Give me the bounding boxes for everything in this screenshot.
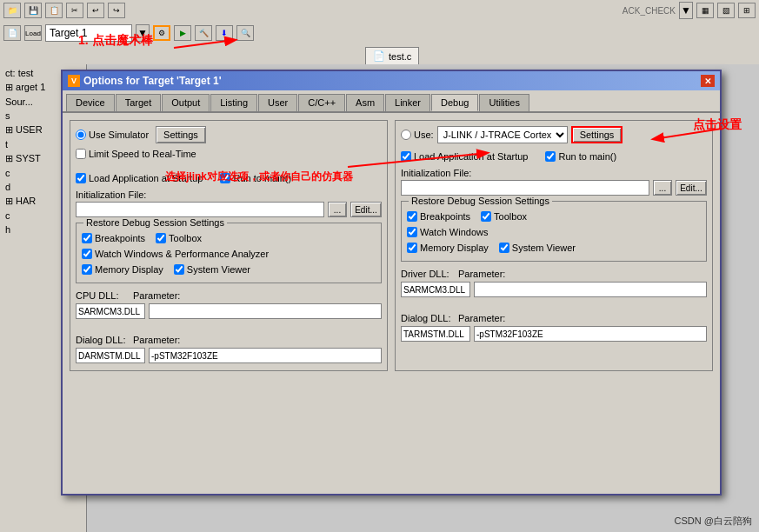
breakpoints-checkbox-right[interactable]: Breakpoints xyxy=(407,211,470,222)
magic-wand-btn[interactable]: ⚙ xyxy=(153,25,170,41)
load-app-label: Load Application at Startup xyxy=(89,173,203,183)
dialog-title-icon: V xyxy=(68,75,80,87)
load-btn[interactable]: Load xyxy=(24,25,42,41)
tab-debug[interactable]: Debug xyxy=(431,94,478,111)
dialog-dll-labels-row-left: Dialog DLL: Parameter: xyxy=(76,335,382,345)
options-dialog: V Options for Target 'Target 1' ✕ Device… xyxy=(61,70,722,495)
dialog-dll-label-right: Dialog DLL: xyxy=(401,313,453,323)
init-file-edit-btn[interactable]: Edit... xyxy=(350,202,382,217)
breakpoints-checkbox-left[interactable]: Breakpoints xyxy=(82,233,145,243)
file-icon: 📄 xyxy=(373,50,385,62)
tab-target[interactable]: Target xyxy=(116,94,162,111)
tab-asm[interactable]: Asm xyxy=(346,94,384,111)
system-viewer-checkbox-left[interactable]: System Viewer xyxy=(174,264,250,275)
toolbar-btn-7[interactable]: ▦ xyxy=(696,3,714,18)
run-to-main-checkbox-right[interactable]: Run to main() xyxy=(545,151,616,162)
use-radio-item[interactable]: Use: xyxy=(401,130,434,140)
init-file-section-label: Initialization File: xyxy=(76,190,382,200)
memory-display-checkbox-left[interactable]: Memory Display xyxy=(82,264,163,275)
dialog-title: Options for Target 'Target 1' xyxy=(83,75,222,87)
dialog-param-label-right: Parameter: xyxy=(458,313,505,323)
watch-windows-checkbox-right[interactable]: Watch Windows xyxy=(407,227,701,237)
driver-param-input[interactable] xyxy=(474,282,707,297)
new-btn[interactable]: 📄 xyxy=(3,25,21,41)
toolbar-btn-1[interactable]: 📁 xyxy=(3,3,21,18)
toolbar-btn-4[interactable]: ✂ xyxy=(66,3,83,18)
use-dropdown[interactable]: J-LINK / J-TRACE Cortex xyxy=(437,126,568,143)
restore-group-title-left: Restore Debug Session Settings xyxy=(83,217,227,228)
init-file-browse-btn[interactable]: ... xyxy=(328,202,347,217)
debug-btn[interactable]: 🔍 xyxy=(236,25,254,41)
dialog-dll-section-left: Dialog DLL: Parameter: xyxy=(76,335,382,363)
driver-param-label: Parameter: xyxy=(458,269,505,279)
run-to-main-checkbox-item[interactable]: Run to main() xyxy=(220,173,291,183)
toolbar-btn-9[interactable]: ⊞ xyxy=(738,3,756,18)
load-app-checkbox-right[interactable]: Load Application at Startup xyxy=(401,151,528,162)
run-to-main-checkbox[interactable] xyxy=(220,173,230,183)
watch-windows-checkbox-left[interactable]: Watch Windows & Performance Analyzer xyxy=(82,249,376,259)
simulator-radio-group: Use Simulator Settings xyxy=(76,126,382,143)
file-tab-label: test.c xyxy=(389,51,411,62)
dialog-param-input-left[interactable] xyxy=(149,348,382,363)
limit-speed-checkbox-item[interactable]: Limit Speed to Real-Time xyxy=(76,149,382,159)
target-dropdown[interactable]: ▼ xyxy=(136,24,150,42)
file-tab-test-c[interactable]: 📄 test.c xyxy=(365,47,419,64)
run-to-main-label: Run to main() xyxy=(233,173,291,183)
tab-output[interactable]: Output xyxy=(162,94,210,111)
use-section: Use: J-LINK / J-TRACE Cortex Settings xyxy=(401,126,707,143)
driver-dll-input[interactable] xyxy=(401,282,470,297)
tab-device[interactable]: Device xyxy=(66,94,115,111)
toolbar-btn-5[interactable]: ↩ xyxy=(87,3,104,18)
toolbar-btn-6[interactable]: ↪ xyxy=(108,3,125,18)
dialog-param-input-right[interactable] xyxy=(474,326,707,342)
tab-cpp[interactable]: C/C++ xyxy=(298,94,345,111)
use-radio-input[interactable] xyxy=(401,130,411,140)
target-select[interactable]: Target 1 xyxy=(45,24,132,42)
simulator-settings-btn[interactable]: Settings xyxy=(156,126,206,143)
load-app-checkbox-item[interactable]: Load Application at Startup xyxy=(76,173,203,183)
init-file-input[interactable] xyxy=(76,202,324,217)
toolbox-checkbox-left[interactable]: Toolbox xyxy=(156,233,202,243)
toolbar-btn-8[interactable]: ▧ xyxy=(717,3,735,18)
toolbar-row1: 📁 💾 📋 ✂ ↩ ↪ ACK_CHECK ▼ ▦ ▧ ⊞ xyxy=(0,0,759,21)
toolbar-btn-3[interactable]: 📋 xyxy=(45,3,63,18)
limit-speed-checkbox[interactable] xyxy=(76,149,86,159)
toolbar-btn-2[interactable]: 💾 xyxy=(24,3,42,18)
init-file-browse-btn-right[interactable]: ... xyxy=(653,180,672,196)
dialog-dll-input-right[interactable] xyxy=(401,326,470,342)
build-btn[interactable]: ▶ xyxy=(174,25,191,41)
ack-check-dropdown[interactable]: ▼ xyxy=(679,2,693,19)
dialog-titlebar: V Options for Target 'Target 1' ✕ xyxy=(63,71,720,90)
init-file-edit-btn-right[interactable]: Edit... xyxy=(676,180,707,196)
dialog-dll-input-left[interactable] xyxy=(76,348,145,363)
cpu-param-label: Parameter: xyxy=(133,290,180,301)
cpu-dll-labels-row: CPU DLL: Parameter: xyxy=(76,290,382,301)
tab-user[interactable]: User xyxy=(258,94,297,111)
dialog-close-button[interactable]: ✕ xyxy=(701,75,715,87)
use-simulator-radio[interactable]: Use Simulator xyxy=(76,130,149,140)
dialog-content: Use Simulator Settings Limit Speed to Re… xyxy=(63,113,720,378)
init-file-row: ... Edit... xyxy=(76,202,382,217)
tab-utilities[interactable]: Utilities xyxy=(479,94,529,111)
tab-listing[interactable]: Listing xyxy=(210,94,257,111)
download-btn[interactable]: ⬇ xyxy=(216,25,233,41)
cpu-dll-label: CPU DLL: xyxy=(76,290,128,301)
simulator-radio-input[interactable] xyxy=(76,130,86,140)
cpu-dll-section: CPU DLL: Parameter: xyxy=(76,290,382,319)
cpu-param-input[interactable] xyxy=(149,303,382,319)
driver-dll-inputs-row xyxy=(401,282,707,297)
init-file-input-right[interactable] xyxy=(401,180,649,196)
use-settings-btn[interactable]: Settings xyxy=(571,126,623,143)
toolbox-checkbox-right[interactable]: Toolbox xyxy=(481,211,527,222)
cpu-dll-input[interactable] xyxy=(76,303,145,319)
limit-speed-label: Limit Speed to Real-Time xyxy=(89,149,196,159)
rebuild-btn[interactable]: 🔨 xyxy=(195,25,212,41)
right-panel: Use: J-LINK / J-TRACE Cortex Settings Lo… xyxy=(395,120,713,371)
tab-bar: 📄 test.c xyxy=(0,45,759,64)
dialog-dll-label-left: Dialog DLL: xyxy=(76,335,128,345)
load-app-checkbox[interactable] xyxy=(76,173,86,183)
tab-linker[interactable]: Linker xyxy=(385,94,430,111)
cpu-dll-inputs-row xyxy=(76,303,382,319)
system-viewer-checkbox-right[interactable]: System Viewer xyxy=(499,243,576,253)
memory-display-checkbox-right[interactable]: Memory Display xyxy=(407,243,489,253)
